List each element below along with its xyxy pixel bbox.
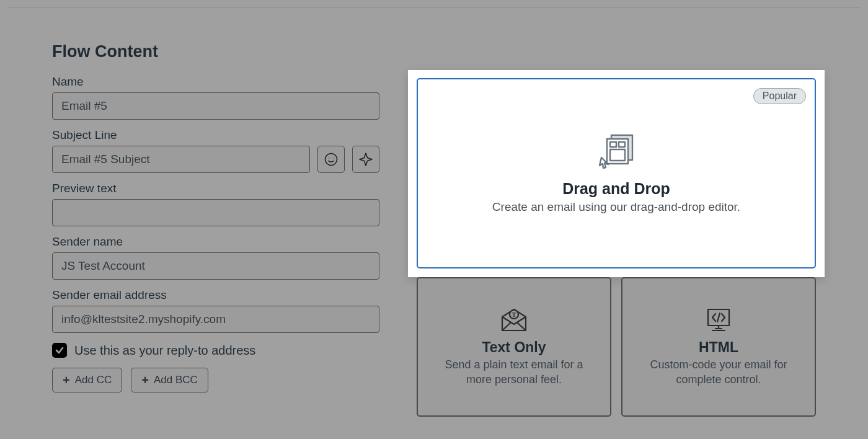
cc-bcc-row: + Add CC + Add BCC (52, 368, 379, 392)
field-sender-email: Sender email address (52, 288, 379, 333)
ai-suggest-button[interactable] (352, 146, 379, 173)
add-bcc-label: Add BCC (154, 374, 198, 386)
editor-card-drag-drop[interactable]: Popular Drag and Drop Create an email us… (417, 78, 816, 268)
subject-input[interactable] (52, 146, 310, 173)
card-title: Drag and Drop (562, 180, 670, 198)
text-envelope-icon: T (498, 307, 529, 333)
sender-email-input[interactable] (52, 306, 379, 333)
check-icon (55, 345, 64, 355)
sender-name-input[interactable] (52, 252, 379, 280)
plus-icon: + (63, 374, 70, 386)
panel: Flow Content Name Subject Line (7, 7, 861, 439)
card-title: Text Only (482, 339, 546, 356)
field-preview: Preview text (52, 182, 379, 226)
field-sender-name: Sender name (52, 235, 379, 280)
add-cc-label: Add CC (75, 374, 112, 386)
html-code-icon (703, 307, 734, 333)
card-desc: Send a plain text email for a more perso… (433, 357, 595, 388)
smile-icon (324, 152, 339, 167)
reply-to-checkbox[interactable] (52, 343, 67, 358)
card-title: HTML (699, 339, 738, 356)
label-sender-email: Sender email address (52, 288, 379, 302)
content-area: Flow Content Name Subject Line (52, 42, 816, 392)
editor-card-html[interactable]: HTML Custom-code your email for complete… (621, 277, 816, 417)
emoji-button[interactable] (317, 146, 345, 173)
drag-drop-icon (596, 131, 636, 171)
label-preview: Preview text (52, 182, 379, 195)
field-name: Name (52, 75, 379, 120)
form-column: Name Subject Line (52, 75, 379, 392)
label-name: Name (52, 75, 379, 89)
label-sender-name: Sender name (52, 235, 379, 249)
field-subject: Subject Line (52, 128, 379, 173)
plus-icon: + (141, 374, 149, 386)
columns: Name Subject Line (52, 75, 816, 392)
preview-input[interactable] (52, 199, 379, 226)
app-root: Flow Content Name Subject Line (0, 0, 868, 439)
subject-row (52, 146, 379, 173)
card-desc: Custom-code your email for complete cont… (637, 357, 800, 388)
add-bcc-button[interactable]: + Add BCC (131, 368, 208, 392)
editor-card-text-only[interactable]: T Text Only Send a plain text email for … (417, 277, 611, 417)
page-title: Flow Content (52, 42, 816, 61)
reply-to-row: Use this as your reply-to address (52, 343, 379, 358)
label-subject: Subject Line (52, 128, 379, 142)
editor-column: Popular Drag and Drop Create an email us… (417, 75, 816, 392)
editor-bottom-row: T Text Only Send a plain text email for … (417, 277, 816, 417)
card-desc: Create an email using our drag-and-drop … (492, 199, 740, 215)
svg-point-0 (326, 154, 337, 166)
add-cc-button[interactable]: + Add CC (52, 368, 122, 392)
sparkle-icon (358, 152, 373, 167)
popular-badge: Popular (753, 88, 806, 104)
reply-to-label: Use this as your reply-to address (74, 344, 255, 358)
svg-text:T: T (512, 311, 516, 318)
name-input[interactable] (52, 92, 379, 120)
